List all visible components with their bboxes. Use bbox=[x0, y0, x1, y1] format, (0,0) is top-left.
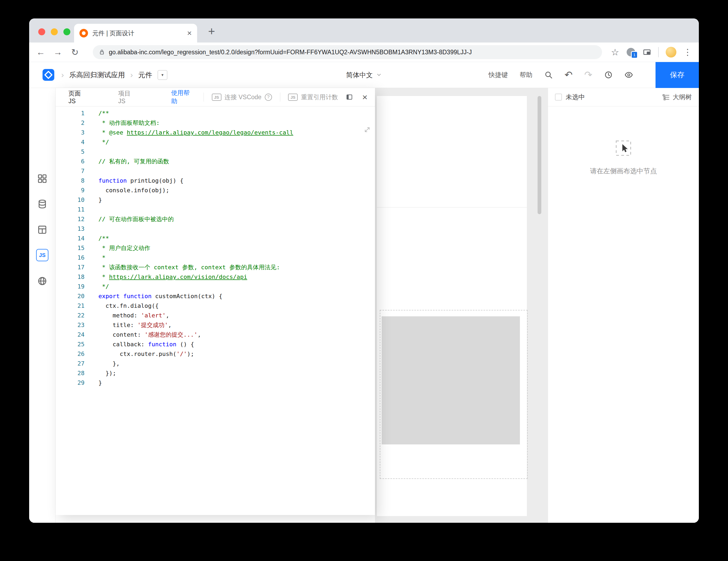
tabbar-divider bbox=[280, 93, 280, 102]
line-number: 12 bbox=[56, 214, 85, 224]
js-panel-icon[interactable]: JS bbox=[36, 249, 48, 261]
page-switcher-dropdown[interactable]: ▼ bbox=[158, 70, 167, 80]
redo-icon[interactable]: ↷ bbox=[584, 70, 592, 80]
code-line[interactable]: 2 * 动作面板帮助文档: bbox=[56, 118, 375, 128]
code-line[interactable]: 8function printLog(obj) { bbox=[56, 176, 375, 186]
empty-selection-hint: 请在左侧画布选中节点 bbox=[548, 167, 699, 175]
line-number: 17 bbox=[56, 263, 85, 272]
breadcrumb: › 乐高回归测试应用 › 元件 ▼ bbox=[61, 70, 167, 80]
profile-extension-icon[interactable]: 1 bbox=[626, 47, 636, 57]
line-number: 4 bbox=[56, 137, 85, 147]
code-line[interactable]: 21 ctx.fn.dialog({ bbox=[56, 301, 375, 311]
code-line[interactable]: 10} bbox=[56, 195, 375, 205]
code-line[interactable]: 16 * bbox=[56, 253, 375, 263]
shortcuts-button[interactable]: 快捷键 bbox=[489, 71, 508, 79]
canvas-artboard[interactable] bbox=[377, 96, 527, 516]
settings-panel-header: 未选中 大纲树 bbox=[548, 88, 699, 106]
expand-panel-icon[interactable] bbox=[346, 93, 353, 101]
code-line[interactable]: 11 bbox=[56, 205, 375, 214]
undo-icon[interactable]: ↶ bbox=[565, 70, 573, 80]
design-canvas[interactable] bbox=[375, 88, 548, 523]
browser-menu-icon[interactable]: ⋮ bbox=[683, 47, 692, 57]
code-editor[interactable]: 1/**2 * 动作面板帮助文档:3 * @see https://lark.a… bbox=[56, 106, 375, 388]
tab-page-js[interactable]: 页面 JS bbox=[68, 89, 86, 105]
code-line[interactable]: 9 console.info(obj); bbox=[56, 186, 375, 195]
code-line[interactable]: 17 * 该函数接收一个 context 参数, context 参数的具体用法… bbox=[56, 263, 375, 272]
forward-icon[interactable]: → bbox=[51, 47, 64, 57]
language-label: 简体中文 bbox=[346, 71, 373, 79]
help-button[interactable]: 帮助 bbox=[520, 71, 532, 79]
line-number: 15 bbox=[56, 243, 85, 253]
line-number: 6 bbox=[56, 157, 85, 166]
code-line[interactable]: 20export function customAction(ctx) { bbox=[56, 291, 375, 301]
preview-eye-icon[interactable] bbox=[624, 71, 633, 79]
code-line[interactable]: 22 method: 'alert', bbox=[56, 311, 375, 320]
bookmark-star-icon[interactable]: ☆ bbox=[611, 47, 619, 57]
code-line[interactable]: 15 * 用户自定义动作 bbox=[56, 243, 375, 253]
back-icon[interactable]: ← bbox=[34, 47, 47, 57]
code-line[interactable]: 26 ctx.router.push('/'); bbox=[56, 349, 375, 359]
code-line[interactable]: 13 bbox=[56, 224, 375, 234]
line-number: 5 bbox=[56, 147, 85, 157]
profile-avatar[interactable] bbox=[666, 47, 676, 57]
js-badge-icon: JS bbox=[212, 94, 221, 101]
usage-help-link[interactable]: 使用帮助 bbox=[171, 89, 192, 105]
unselected-checkbox[interactable] bbox=[555, 94, 562, 101]
data-source-icon[interactable] bbox=[37, 199, 47, 209]
code-line[interactable]: 23 title: '提交成功', bbox=[56, 320, 375, 330]
tab-close-icon[interactable]: × bbox=[187, 29, 192, 38]
canvas-scrollbar[interactable] bbox=[538, 96, 541, 214]
code-line[interactable]: 24 content: '感谢您的提交...', bbox=[56, 330, 375, 340]
code-line[interactable]: 7 bbox=[56, 166, 375, 176]
tab-project-js[interactable]: 项目 JS bbox=[118, 89, 136, 105]
browser-toolbar: ← → ↻ go.alibaba-inc.com/lego_regression… bbox=[29, 43, 699, 62]
toolbar-right: ☆ 1 ⋮ bbox=[611, 47, 699, 57]
left-icon-rail: JS </> bbox=[29, 88, 56, 523]
code-line[interactable]: 29} bbox=[56, 378, 375, 388]
pip-icon[interactable] bbox=[643, 48, 651, 56]
code-line[interactable]: 27 }, bbox=[56, 359, 375, 368]
minimize-window-button[interactable] bbox=[51, 28, 58, 35]
resize-handle-icon[interactable] bbox=[364, 126, 371, 133]
code-line[interactable]: 28 }); bbox=[56, 368, 375, 378]
reset-ref-count-button[interactable]: JS 重置引用计数 bbox=[288, 93, 338, 101]
question-circle-icon[interactable]: ? bbox=[265, 94, 272, 101]
code-line[interactable]: 19 */ bbox=[56, 282, 375, 291]
connect-vscode-label: 连接 VSCode bbox=[225, 93, 262, 101]
code-line[interactable]: 1/** bbox=[56, 109, 375, 118]
line-number: 3 bbox=[56, 128, 85, 137]
connect-vscode-button[interactable]: JS 连接 VSCode ? bbox=[212, 93, 272, 101]
code-line[interactable]: 25 callback: function () { bbox=[56, 340, 375, 349]
line-number: 27 bbox=[56, 359, 85, 368]
zoom-window-button[interactable] bbox=[63, 28, 70, 35]
save-button[interactable]: 保存 bbox=[656, 62, 699, 88]
code-line[interactable]: 18 * https://lark.alipay.com/vision/docs… bbox=[56, 272, 375, 282]
history-icon[interactable] bbox=[604, 71, 613, 79]
code-line[interactable]: 12// 可在动作面板中被选中的 bbox=[56, 214, 375, 224]
close-window-button[interactable] bbox=[38, 28, 45, 35]
search-icon[interactable] bbox=[544, 71, 553, 79]
app-logo[interactable] bbox=[42, 68, 55, 81]
code-line[interactable]: 14/** bbox=[56, 234, 375, 243]
code-line[interactable]: 5 bbox=[56, 147, 375, 157]
code-line[interactable]: 6// 私有的, 可复用的函数 bbox=[56, 157, 375, 166]
new-tab-button[interactable]: + bbox=[204, 23, 220, 39]
browser-tab[interactable]: 元件 | 页面设计 × bbox=[74, 24, 197, 43]
line-number: 26 bbox=[56, 349, 85, 359]
layout-icon[interactable] bbox=[37, 225, 47, 235]
select-cursor-icon bbox=[614, 139, 633, 157]
language-selector[interactable]: 简体中文 bbox=[346, 71, 382, 79]
outline-tree-toggle[interactable]: 大纲树 bbox=[662, 93, 692, 101]
globe-icon[interactable] bbox=[37, 276, 47, 286]
components-grid-icon[interactable] bbox=[37, 174, 47, 184]
code-line[interactable]: 4 */ bbox=[56, 137, 375, 147]
reload-icon[interactable]: ↻ bbox=[68, 47, 82, 57]
line-number: 11 bbox=[56, 205, 85, 214]
app-header: › 乐高回归测试应用 › 元件 ▼ 简体中文 快捷键 帮助 ↶ ↷ 保存 bbox=[29, 62, 699, 88]
code-line[interactable]: 3 * @see https://lark.alipay.com/legao/l… bbox=[56, 128, 375, 137]
address-bar[interactable]: go.alibaba-inc.com/lego_regression_test/… bbox=[93, 45, 602, 59]
url-text: go.alibaba-inc.com/lego_regression_test/… bbox=[109, 49, 472, 56]
close-panel-icon[interactable]: × bbox=[362, 92, 367, 102]
breadcrumb-app-name[interactable]: 乐高回归测试应用 bbox=[69, 70, 125, 80]
image-placeholder-block[interactable] bbox=[382, 316, 520, 444]
